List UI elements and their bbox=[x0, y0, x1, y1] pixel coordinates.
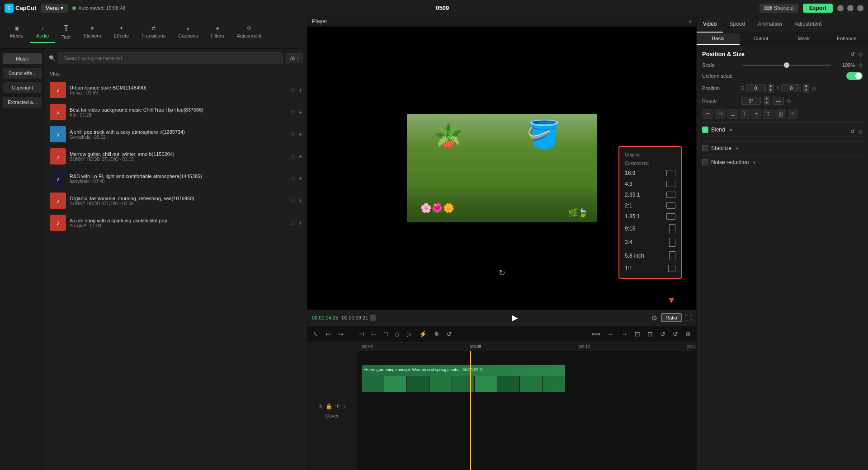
x-increment-button[interactable]: ▲ bbox=[768, 84, 774, 88]
timeline-right-btn-7[interactable]: ↺ bbox=[671, 329, 680, 338]
ratio-item-3-4[interactable]: 3:4 bbox=[619, 235, 681, 249]
align-center-v-button[interactable]: + bbox=[751, 109, 761, 119]
right-subtab-basic[interactable]: Basic bbox=[697, 33, 740, 45]
ratio-item-2-1[interactable]: 2:1 bbox=[619, 200, 681, 211]
ratio-item-5-8-inch[interactable]: 5.8-inch bbox=[619, 249, 681, 263]
timeline-right-btn-3[interactable]: ↔ bbox=[619, 329, 629, 338]
keyframe-button[interactable]: ◇ bbox=[393, 329, 401, 338]
track-icon-4[interactable]: ♪ bbox=[343, 403, 346, 409]
scale-expand-icon[interactable]: ◇ bbox=[859, 62, 863, 68]
song-item[interactable]: ♪ A cute song with a sparkling ukulele-l… bbox=[45, 212, 307, 234]
song-add-button[interactable]: + bbox=[299, 197, 302, 204]
sidebar-item-music[interactable]: Music bbox=[3, 53, 42, 64]
song-add-button[interactable]: + bbox=[299, 108, 302, 116]
y-decrement-button[interactable]: ▼ bbox=[803, 88, 809, 93]
ratio-item-9-16[interactable]: 9:16 bbox=[619, 222, 681, 235]
right-subtab-cutout[interactable]: Cutout bbox=[740, 33, 783, 45]
export-button[interactable]: Export bbox=[803, 4, 833, 13]
timeline-right-btn-6[interactable]: ↺ bbox=[658, 329, 667, 338]
x-value-input[interactable] bbox=[746, 84, 766, 92]
select-tool-button[interactable]: ↖ bbox=[311, 329, 320, 338]
right-subtab-enhance[interactable]: Enhance bbox=[825, 33, 868, 45]
player-refresh-icon[interactable]: ↻ bbox=[499, 268, 505, 277]
song-item[interactable]: ♪ Merrow guitar, chill out, winter, emo … bbox=[45, 146, 307, 168]
song-item[interactable]: ♪ Urban lounge style BGM(1148490) Re-lax… bbox=[45, 79, 307, 101]
timeline-right-btn-1[interactable]: ⟺ bbox=[590, 329, 602, 338]
delete-button[interactable]: ⊢ bbox=[369, 329, 378, 338]
song-favorite-button[interactable]: ☆ bbox=[290, 131, 296, 138]
video-track[interactable]: Home gardening concept. Woman and spring… bbox=[362, 365, 565, 392]
nav-tab-adjustment[interactable]: ⚙ Adjustment bbox=[231, 22, 268, 43]
nav-tab-filters[interactable]: ◈ Filters bbox=[204, 22, 231, 43]
play-timeline-button[interactable]: ▷ bbox=[405, 329, 414, 338]
rotate-decrement-button[interactable]: ▼ bbox=[764, 101, 770, 105]
distribute-v-button[interactable]: ≡ bbox=[788, 109, 797, 119]
fullscreen-icon[interactable]: ⛶ bbox=[685, 314, 692, 321]
sidebar-item-extracted[interactable]: Extracted a... bbox=[3, 97, 42, 108]
right-tab-adjustment[interactable]: Adjustment bbox=[788, 16, 828, 33]
align-center-h-button[interactable]: ⊣ bbox=[715, 109, 726, 119]
align-left-button[interactable]: ⊢ bbox=[702, 109, 713, 119]
song-item[interactable]: ♪ R&B with Lo-Fi, light and comfortable … bbox=[45, 168, 307, 190]
expand-icon[interactable]: ◇ bbox=[859, 51, 863, 57]
blend-reset-icon[interactable]: ↺ bbox=[850, 128, 855, 135]
menu-button[interactable]: Menu ▾ bbox=[41, 4, 68, 13]
align-top-button[interactable]: T bbox=[740, 109, 750, 119]
track-icon-2[interactable]: 🔒 bbox=[326, 403, 332, 409]
ratio-item-4-3[interactable]: 4:3 bbox=[619, 179, 681, 189]
noise-reduction-checkbox[interactable] bbox=[702, 159, 708, 165]
y-value-input[interactable] bbox=[781, 84, 801, 92]
scale-slider[interactable] bbox=[742, 65, 831, 66]
right-subtab-mask[interactable]: Mask bbox=[783, 33, 826, 45]
align-bottom-button[interactable]: ⊤ bbox=[763, 109, 774, 119]
freeze-button[interactable]: ❄ bbox=[432, 329, 441, 338]
play-button[interactable]: ▶ bbox=[512, 313, 518, 323]
nav-tab-effects[interactable]: ✦ Effects bbox=[107, 22, 135, 43]
song-item[interactable]: ♪ A chill pop truck with a sexy atmosphe… bbox=[45, 123, 307, 146]
ratio-button[interactable]: Ratio bbox=[661, 313, 682, 322]
song-add-button[interactable]: + bbox=[299, 153, 302, 160]
nav-tab-captions[interactable]: ≡ Captions bbox=[172, 22, 204, 43]
stabilize-checkbox[interactable] bbox=[702, 145, 708, 151]
song-favorite-button[interactable]: ☆ bbox=[290, 197, 296, 204]
ratio-item-2-35-1[interactable]: 2.35:1 bbox=[619, 189, 681, 200]
blend-checkbox[interactable]: ✓ bbox=[702, 127, 708, 133]
right-tab-animation[interactable]: Animation bbox=[751, 16, 788, 33]
speed-button[interactable]: ⚡ bbox=[417, 329, 429, 338]
timeline-right-btn-5[interactable]: ⊡ bbox=[646, 329, 655, 338]
song-item[interactable]: ♪ Best for video background music Chill … bbox=[45, 101, 307, 123]
rotate-button[interactable]: ↺ bbox=[445, 329, 454, 338]
blend-expand-icon[interactable]: ◇ bbox=[859, 128, 863, 135]
position-expand-icon[interactable]: ◇ bbox=[812, 85, 816, 91]
timeline-right-btn-4[interactable]: ⊡ bbox=[633, 329, 642, 338]
ratio-item-1-85-1[interactable]: 1.85:1 bbox=[619, 211, 681, 222]
maximize-button[interactable] bbox=[847, 5, 854, 11]
song-add-button[interactable]: + bbox=[299, 131, 302, 138]
align-right-button[interactable]: ⊥ bbox=[727, 109, 738, 119]
search-input[interactable] bbox=[58, 52, 283, 64]
rotate-reset-button[interactable]: — bbox=[773, 97, 784, 105]
distribute-h-button[interactable]: ||| bbox=[775, 109, 786, 119]
shortcut-button[interactable]: ⌨ Shortcut bbox=[760, 4, 798, 13]
nav-tab-audio[interactable]: ♪ Audio bbox=[30, 22, 55, 43]
reset-icon[interactable]: ↺ bbox=[850, 51, 855, 57]
track-icon-1[interactable]: ⊞ bbox=[318, 403, 323, 409]
song-item[interactable]: ♪ Organic, fashionable, morning, refresh… bbox=[45, 190, 307, 212]
song-favorite-button[interactable]: ☆ bbox=[290, 175, 296, 182]
rotate-expand-icon[interactable]: ◇ bbox=[787, 98, 791, 104]
undo-button[interactable]: ↩ bbox=[324, 329, 333, 338]
track-icon-3[interactable]: 👁 bbox=[335, 403, 340, 409]
song-favorite-button[interactable]: ☆ bbox=[290, 219, 296, 226]
uniform-scale-toggle[interactable] bbox=[846, 72, 863, 80]
ratio-item-16-9[interactable]: 16:9 bbox=[619, 168, 681, 179]
right-tab-video[interactable]: Video bbox=[697, 16, 723, 33]
y-increment-button[interactable]: ▲ bbox=[803, 84, 809, 88]
nav-tab-stickers[interactable]: ★ Stickers bbox=[77, 22, 107, 43]
sidebar-item-sound-effects[interactable]: Sound effe... bbox=[3, 68, 42, 79]
settings-icon[interactable]: ⚙ bbox=[651, 314, 657, 322]
right-tab-speed[interactable]: Speed bbox=[723, 16, 751, 33]
timeline-cursor[interactable] bbox=[470, 351, 471, 470]
nav-tab-media[interactable]: ▣ Media bbox=[4, 22, 30, 43]
rotate-value-input[interactable] bbox=[741, 97, 761, 105]
song-add-button[interactable]: + bbox=[299, 175, 302, 182]
